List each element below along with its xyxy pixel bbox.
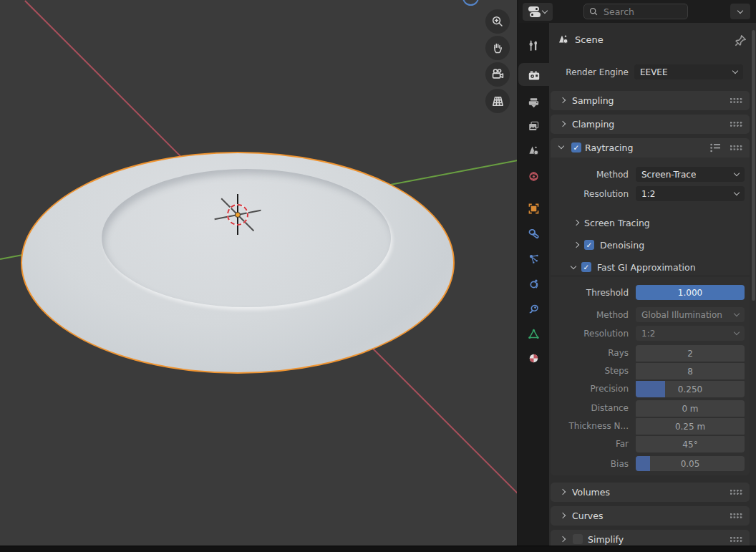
tab-particle-properties[interactable]: [518, 249, 549, 268]
far-field: 45°: [636, 436, 745, 452]
zoom-button[interactable]: [485, 9, 510, 34]
threshold-label: Threshold: [549, 286, 629, 301]
panel-raytracing: ✓ Raytracing Method Screen-Trace Resolut…: [551, 138, 750, 475]
raytracing-method-dropdown[interactable]: Screen-Trace: [636, 167, 745, 182]
fast-gi-checkbox[interactable]: ✓: [581, 262, 591, 272]
object-brackets-icon: [527, 202, 541, 216]
breadcrumb: Scene: [549, 30, 756, 50]
render-engine-dropdown[interactable]: EEVEE: [634, 64, 743, 79]
expand-arrow-icon: [560, 489, 566, 495]
scene-icon: [556, 32, 571, 47]
camera-view-button[interactable]: [485, 62, 510, 87]
divider: [551, 276, 750, 276]
orthographic-toggle-button[interactable]: [485, 89, 510, 113]
world-globe-icon: [527, 170, 541, 183]
thickness-near-field: 0.25 m: [636, 418, 745, 435]
tab-output-properties[interactable]: [518, 93, 549, 112]
tab-view-layer-properties[interactable]: [518, 117, 549, 135]
particles-icon: [527, 252, 541, 266]
tab-object-properties[interactable]: [518, 199, 549, 218]
camera-icon: [490, 67, 505, 82]
chevron-down-icon: [734, 329, 740, 335]
breadcrumb-scene-label[interactable]: Scene: [575, 34, 604, 45]
search-field[interactable]: [583, 4, 688, 19]
presets-list-icon[interactable]: [710, 143, 721, 152]
images-stack-icon: [527, 120, 541, 133]
expand-arrow-icon: [560, 513, 566, 518]
editor-type-button[interactable]: [523, 3, 553, 21]
drag-handle-icon[interactable]: [730, 145, 743, 151]
mesh-data-icon: [527, 327, 541, 341]
object-origin-dot: [235, 212, 241, 218]
panel-title: Raytracing: [585, 142, 633, 153]
subpanel-denoising[interactable]: ✓ Denoising: [574, 238, 644, 251]
properties-editor: Scene Render Engine EEVEE Sampling Clamp…: [517, 0, 756, 546]
simplify-checkbox[interactable]: [573, 534, 583, 544]
drag-handle-icon[interactable]: [730, 98, 743, 104]
expand-arrow-icon: [573, 220, 579, 226]
drag-handle-icon[interactable]: [730, 490, 743, 495]
gi-method-dropdown: Global Illumination: [636, 307, 745, 322]
panel-sampling[interactable]: Sampling: [551, 91, 750, 110]
far-label: Far: [549, 437, 629, 452]
tab-constraint-properties[interactable]: [518, 299, 549, 318]
tab-object-data-properties[interactable]: [518, 324, 549, 343]
chevron-down-icon: [734, 311, 740, 316]
tool-icon: [527, 39, 541, 52]
collapse-arrow-icon: [571, 263, 576, 268]
panel-title: Clamping: [572, 119, 614, 130]
tab-physics-properties[interactable]: [518, 274, 549, 293]
material-sphere-icon: [527, 352, 541, 365]
panel-volumes[interactable]: Volumes: [551, 483, 750, 502]
raytracing-body: Method Screen-Trace Resolution 1:2 Scree…: [551, 158, 750, 475]
rays-field: 2: [636, 345, 745, 362]
threshold-slider[interactable]: 1.000: [636, 285, 745, 300]
bias-label: Bias: [549, 457, 629, 472]
denoising-checkbox[interactable]: ✓: [584, 240, 594, 250]
steps-label: Steps: [549, 364, 629, 379]
drag-handle-icon[interactable]: [730, 537, 743, 543]
printer-icon: [527, 96, 541, 110]
navigation-gizmo-partial[interactable]: [462, 0, 479, 6]
pan-button[interactable]: [485, 36, 510, 60]
physics-orbit-icon: [527, 277, 541, 291]
tab-render-properties[interactable]: [518, 67, 549, 85]
subpanel-title: Screen Tracing: [584, 218, 650, 228]
raytracing-header[interactable]: ✓ Raytracing: [551, 138, 750, 158]
drag-handle-icon[interactable]: [730, 513, 743, 519]
3d-viewport[interactable]: [0, 0, 517, 546]
panel-clamping[interactable]: Clamping: [551, 115, 750, 134]
chevron-down-icon: [734, 190, 740, 195]
scene-icon: [527, 144, 541, 158]
properties-scrollbar[interactable]: [752, 30, 755, 301]
search-input[interactable]: [602, 6, 682, 18]
raytracing-resolution-dropdown[interactable]: 1:2: [636, 186, 745, 201]
expand-arrow-icon: [560, 97, 566, 103]
tab-material-properties[interactable]: [518, 349, 549, 367]
panel-curves[interactable]: Curves: [551, 506, 750, 526]
drag-handle-icon[interactable]: [730, 122, 743, 127]
editor-bottom-edge: [0, 546, 756, 552]
tab-modifier-properties[interactable]: [518, 224, 549, 243]
gi-method-label: Method: [549, 308, 629, 323]
subpanel-title: Denoising: [600, 240, 644, 251]
slider-fill: [636, 381, 665, 397]
expand-arrow-icon: [573, 242, 579, 248]
subpanel-title: Fast GI Approximation: [597, 262, 696, 273]
raytracing-checkbox[interactable]: ✓: [571, 142, 581, 152]
tab-scene-properties[interactable]: [518, 141, 549, 160]
magnifier-plus-icon: [490, 14, 505, 29]
header-options-button[interactable]: [730, 4, 750, 19]
chevron-down-icon: [734, 170, 740, 176]
subpanel-fast-gi[interactable]: ✓ Fast GI Approximation: [571, 261, 696, 273]
thickness-near-label: Thickness N...: [549, 419, 629, 434]
subpanel-screen-tracing[interactable]: Screen Tracing: [574, 216, 650, 229]
tab-tool[interactable]: [518, 36, 549, 54]
steps-field: 8: [636, 363, 745, 379]
pin-icon[interactable]: [732, 33, 748, 49]
expand-arrow-icon: [560, 536, 566, 542]
properties-header-bar: [518, 0, 756, 23]
tab-world-properties[interactable]: [518, 167, 549, 185]
panel-title: Curves: [572, 510, 603, 521]
constraint-icon: [527, 302, 541, 316]
